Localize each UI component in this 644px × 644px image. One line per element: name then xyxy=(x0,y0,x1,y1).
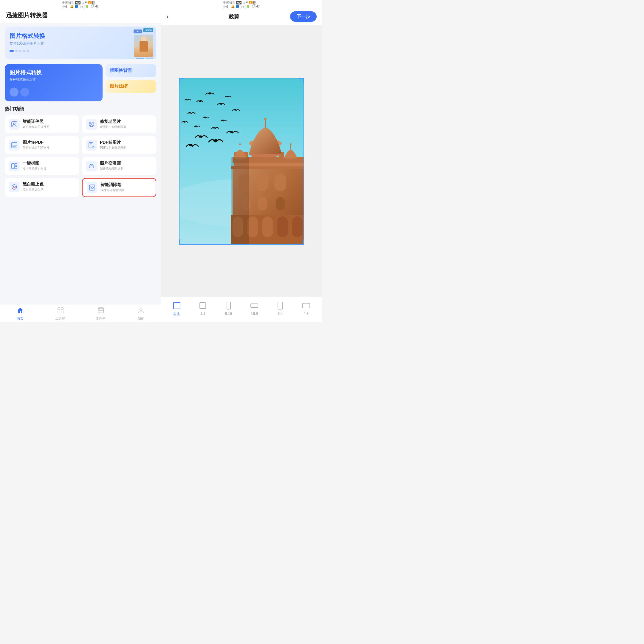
feature-item-eraser[interactable]: 智能消除笔 涂抹部分智能消除 xyxy=(82,178,156,197)
right-panel: 中国移动HD ᵒ᷊ ⁴ᴳ 📶 0K/s 🔔 🔵 36 🔋 14:43 ‹ 裁剪 … xyxy=(161,0,322,322)
profile-icon xyxy=(137,307,145,316)
status-bar-right: 中国移动HD ᵒ᷊ ⁴ᴳ 📶 0K/s 🔔 🔵 36 🔋 14:43 xyxy=(161,0,322,8)
ratio-1-1-icon xyxy=(199,301,207,310)
ratio-free[interactable]: 自由 xyxy=(168,301,186,317)
ratio-free-label: 自由 xyxy=(173,312,180,317)
id-photo-title: 智能证件照 xyxy=(23,119,49,124)
id-photo-text: 智能证件照 轻松制作完美证件照 xyxy=(23,119,49,129)
ratio-16-9[interactable]: 16:9 xyxy=(245,301,263,317)
svg-point-64 xyxy=(195,126,197,127)
eraser-icon xyxy=(87,182,97,193)
ratio-4-3-label: 4:3 xyxy=(304,312,309,316)
banner-dot-5 xyxy=(27,50,29,52)
nav-home[interactable]: 首页 xyxy=(0,307,40,321)
banner-dot-4 xyxy=(23,50,25,52)
svg-rect-16 xyxy=(58,311,60,313)
feature-item-id-photo[interactable]: 智能证件照 轻松制作完美证件照 xyxy=(5,115,79,133)
svg-rect-14 xyxy=(58,308,60,310)
ratio-3-4-icon xyxy=(276,301,284,310)
collage-icon xyxy=(9,161,20,171)
app-header: 迅捷图片转换器 xyxy=(0,8,161,23)
nav-profile[interactable]: 我的 xyxy=(121,307,161,321)
ratio-9-16[interactable]: 9:16 xyxy=(220,301,238,317)
img-to-pdf-icon xyxy=(9,140,20,151)
cartoon-title: 照片变漫画 xyxy=(100,161,124,166)
svg-point-61 xyxy=(204,117,206,118)
id-photo-sub: 轻松制作完美证件照 xyxy=(23,125,49,129)
crop-image-wrapper xyxy=(179,78,304,245)
feature-item-restore-photo[interactable]: 修复老照片 老照片一键清晰修复 xyxy=(82,115,156,133)
feature-item-collage[interactable]: 一键拼图 多个图片随心拼接 xyxy=(5,157,79,175)
feature-card-compress[interactable]: 图片压缩 xyxy=(106,80,156,93)
ratio-free-icon xyxy=(173,301,181,310)
svg-rect-25 xyxy=(274,173,286,191)
hot-section-header: 热门功能 xyxy=(5,106,156,112)
svg-point-2 xyxy=(89,122,94,127)
collage-title: 一键拼图 xyxy=(23,161,47,166)
svg-point-62 xyxy=(185,99,188,100)
ratio-9-16-icon xyxy=(225,301,233,310)
svg-point-48 xyxy=(290,143,292,145)
colorize-text: 黑白照上色 黑白照片更生动 xyxy=(23,182,44,192)
next-button[interactable]: 下一步 xyxy=(290,11,317,22)
banner-dot-2 xyxy=(15,50,18,52)
eraser-text: 智能消除笔 涂抹部分智能消除 xyxy=(100,182,124,192)
cartoon-sub: 制作流动图片大片 xyxy=(100,167,124,171)
nav-home-label: 首页 xyxy=(17,316,24,321)
app-title: 迅捷图片转换器 xyxy=(6,11,155,19)
ratio-1-1[interactable]: 1:1 xyxy=(194,301,212,317)
svg-point-67 xyxy=(183,121,185,122)
feature-item-cartoon[interactable]: 照片变漫画 制作流动图片大片 xyxy=(82,157,156,175)
status-text-right: 中国移动HD ᵒ᷊ ⁴ᴳ 📶 0K/s 🔔 🔵 36 🔋 14:43 xyxy=(223,1,259,8)
feature-card-format-convert[interactable]: 图片格式转换 多种格式任意互转 xyxy=(5,64,103,101)
toolbox-icon xyxy=(57,307,64,316)
card-format-title: 图片格式转换 xyxy=(10,69,98,76)
ratio-4-3[interactable]: 4:3 xyxy=(297,301,315,317)
feature-item-img-to-pdf[interactable]: 图片转PDF 图片合成为PDF文件 xyxy=(5,136,79,154)
feature-item-colorize[interactable]: 黑白照上色 黑白照片更生动 xyxy=(5,178,79,197)
svg-point-42 xyxy=(264,118,267,120)
svg-rect-77 xyxy=(303,303,310,308)
nav-toolbox[interactable]: 工具箱 xyxy=(40,307,81,321)
back-button[interactable]: ‹ xyxy=(166,13,177,21)
colorize-icon xyxy=(9,182,20,192)
svg-rect-5 xyxy=(92,146,95,148)
svg-point-59 xyxy=(189,112,191,113)
svg-rect-75 xyxy=(251,304,258,307)
card-format-sub: 多种格式任意互转 xyxy=(10,77,98,82)
banner-dot-3 xyxy=(19,50,21,52)
banner-image-area: .JPG .JPEG .PNG .GIF xyxy=(134,30,153,59)
feature-card-bg-change[interactable]: 抠图换背景 xyxy=(106,64,156,77)
nav-files-label: 文件库 xyxy=(96,316,106,321)
ratio-16-9-label: 16:9 xyxy=(251,312,258,316)
nav-files[interactable]: 文件库 xyxy=(81,307,121,321)
ratio-3-4[interactable]: 3:4 xyxy=(271,301,289,317)
ratio-3-4-label: 3:4 xyxy=(278,312,283,316)
svg-rect-8 xyxy=(15,166,17,169)
colorize-title: 黑白照上色 xyxy=(23,182,44,187)
svg-rect-52 xyxy=(262,216,273,237)
card-decorations xyxy=(10,88,98,97)
crop-tools: 自由 1:1 9:16 16:9 xyxy=(161,297,322,322)
ratio-4-3-icon xyxy=(302,301,310,310)
svg-point-60 xyxy=(226,96,228,97)
image-container xyxy=(161,25,322,297)
banner-subtitle: 支持100余种图片互转 xyxy=(10,41,151,46)
bottom-nav: 首页 工具箱 文件库 xyxy=(0,304,161,322)
svg-point-71 xyxy=(230,131,233,133)
feature-list-grid: 智能证件照 轻松制作完美证件照 修复老照片 老照片一键清晰修复 xyxy=(5,115,156,197)
ratio-9-16-label: 9:16 xyxy=(225,312,232,316)
svg-rect-6 xyxy=(12,163,14,169)
banner-title: 图片格式转换 xyxy=(10,32,151,40)
crop-title: 裁剪 xyxy=(228,13,239,20)
banner[interactable]: 图片格式转换 支持100余种图片互转 .JPG .JPEG xyxy=(5,27,156,59)
eraser-title: 智能消除笔 xyxy=(100,182,124,188)
pdf-to-img-title: PDF转图片 xyxy=(100,140,127,145)
svg-point-65 xyxy=(213,127,216,129)
feature-item-pdf-to-img[interactable]: PDF转图片 PDF文件转换为图片 xyxy=(82,136,156,154)
pdf-to-img-text: PDF转图片 PDF文件转换为图片 xyxy=(100,140,127,150)
home-icon xyxy=(17,307,24,316)
svg-rect-15 xyxy=(61,308,63,310)
id-photo-icon xyxy=(9,119,20,130)
crop-header: ‹ 裁剪 下一步 xyxy=(161,8,322,25)
